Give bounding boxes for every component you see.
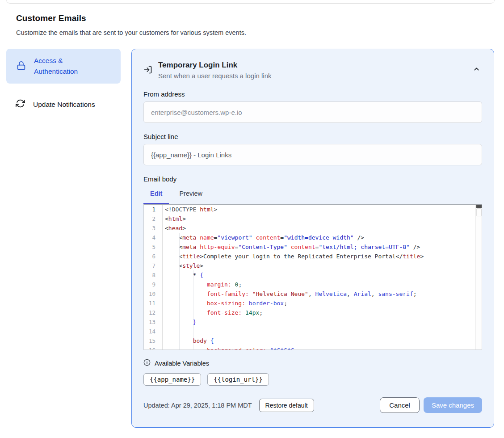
line-number: 11 — [144, 299, 163, 308]
line-number: 6 — [144, 252, 163, 261]
panel-subtitle: Sent when a user requests a login link — [158, 72, 465, 80]
code-line: 7 <style> — [144, 261, 482, 270]
code-line: 4 <meta name="viewport" content="width=d… — [144, 233, 482, 242]
editor-scrollbar — [475, 205, 482, 350]
save-changes-button[interactable]: Save changes — [424, 397, 482, 413]
line-number: 7 — [144, 261, 163, 270]
code-line: 3<head> — [144, 223, 482, 233]
code-line: 5 <meta http-equiv="Content-Type" conten… — [144, 242, 482, 252]
email-types-sidebar: Access & Authentication Update Notificat… — [6, 49, 121, 428]
line-number: 14 — [144, 327, 163, 336]
info-icon — [143, 359, 151, 368]
code-line: 8 * { — [144, 270, 482, 280]
variable-chip[interactable]: {{app_name}} — [143, 373, 201, 386]
previous-card-edge — [6, 0, 495, 4]
line-number: 4 — [144, 233, 163, 242]
email-body-code-editor[interactable]: 1<!DOCTYPE html>2<html>3<head>4 <meta na… — [143, 204, 482, 350]
code-line: 15 body { — [144, 336, 482, 345]
chevron-up-icon — [473, 67, 480, 74]
line-number: 9 — [144, 280, 163, 289]
tab-preview[interactable]: Preview — [172, 190, 209, 204]
line-number: 8 — [144, 270, 163, 280]
email-body-tabs: Edit Preview — [143, 190, 482, 204]
code-line: 10 font-family: "Helvetica Neue", Helvet… — [144, 289, 482, 299]
restore-default-button[interactable]: Restore default — [259, 399, 314, 412]
variable-chip[interactable]: {{login_url}} — [207, 373, 269, 386]
sync-icon — [16, 99, 25, 110]
code-line: 12 font-size: 14px; — [144, 308, 482, 317]
code-line: 16 background-color: #f6f6f6; — [144, 345, 482, 350]
line-number: 5 — [144, 242, 163, 252]
subject-line-input[interactable] — [143, 144, 482, 165]
variable-chips: {{app_name}}{{login_url}} — [143, 373, 482, 386]
updated-timestamp: Updated: Apr 29, 2025, 1:18 PM MDT — [143, 402, 252, 409]
page-header: Customer Emails Customize the emails tha… — [16, 13, 488, 36]
code-line: 1<!DOCTYPE html> — [144, 205, 482, 214]
line-number: 16 — [144, 345, 163, 350]
code-line: 11 box-sizing: border-box; — [144, 299, 482, 308]
line-number: 15 — [144, 336, 163, 345]
page-subtitle: Customize the emails that are sent to yo… — [16, 29, 488, 36]
from-address-input[interactable] — [143, 101, 482, 123]
sidebar-item-access-authentication[interactable]: Access & Authentication — [6, 49, 121, 84]
editor-scrollbar-track — [476, 208, 482, 216]
line-number: 13 — [144, 317, 163, 327]
tab-edit[interactable]: Edit — [143, 190, 169, 204]
code-line: 14 — [144, 327, 482, 336]
temporary-login-link-panel: Temporary Login Link Sent when a user re… — [131, 49, 494, 428]
line-number: 10 — [144, 289, 163, 299]
line-number: 3 — [144, 223, 163, 233]
from-address-label: From address — [143, 90, 482, 98]
email-body-label: Email body — [143, 175, 482, 183]
login-icon — [143, 65, 152, 76]
code-line: 2<html> — [144, 214, 482, 223]
sidebar-item-update-notifications[interactable]: Update Notifications — [6, 94, 121, 114]
cancel-button[interactable]: Cancel — [380, 397, 420, 413]
lock-icon — [17, 61, 26, 72]
code-line: 6 <title>Complete your login to the Repl… — [144, 252, 482, 261]
subject-line-label: Subject line — [143, 133, 482, 140]
available-variables-label: Available Variables — [155, 360, 209, 367]
line-number: 2 — [144, 214, 163, 223]
panel-title: Temporary Login Link — [158, 61, 465, 70]
sidebar-item-label: Access & Authentication — [34, 55, 104, 77]
panel-footer: Updated: Apr 29, 2025, 1:18 PM MDT Resto… — [143, 397, 482, 413]
line-number: 1 — [144, 205, 163, 214]
line-number: 12 — [144, 308, 163, 317]
code-line: 13 } — [144, 317, 482, 327]
indent-guide — [193, 270, 193, 350]
collapse-panel-button[interactable] — [471, 63, 482, 76]
sidebar-item-label: Update Notifications — [33, 99, 103, 110]
page-title: Customer Emails — [16, 13, 488, 23]
indent-guide — [179, 233, 180, 350]
editor-scrollbar-thumb[interactable] — [476, 205, 482, 208]
code-line: 9 margin: 0; — [144, 280, 482, 289]
panel-header: Temporary Login Link Sent when a user re… — [143, 61, 482, 80]
code-lines: 1<!DOCTYPE html>2<html>3<head>4 <meta na… — [144, 205, 482, 350]
